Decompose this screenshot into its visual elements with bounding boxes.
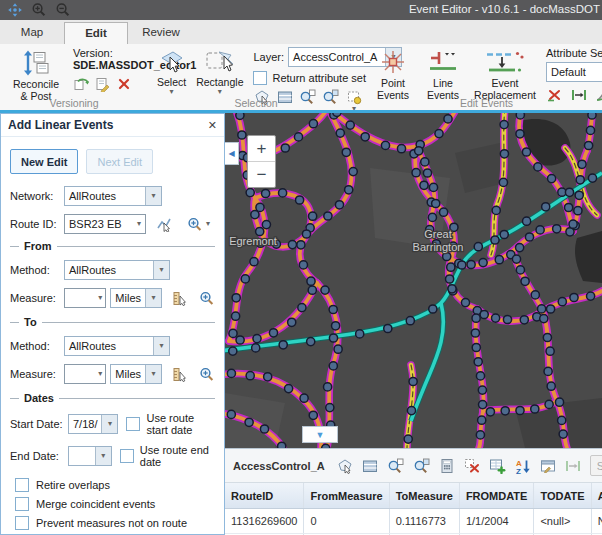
event-replacement-button[interactable]: Event Replacement (468, 45, 542, 103)
reconcile-icon[interactable] (73, 76, 90, 92)
zoom-in-icon[interactable] (30, 2, 48, 18)
network-caret-icon[interactable]: ▾ (145, 187, 161, 205)
pan-icon[interactable] (6, 2, 24, 18)
reconcile-post-button[interactable]: Reconcile & Post (3, 46, 69, 103)
select-caret-icon[interactable]: ▾ (170, 88, 174, 96)
table-select-features-icon[interactable] (337, 458, 353, 474)
to-method-caret-icon[interactable]: ▾ (153, 337, 169, 355)
from-method-label: Method: (10, 264, 64, 276)
col-routeid[interactable]: RouteID (225, 483, 304, 509)
merge-coincident-label: Merge coincident events (36, 498, 155, 510)
merge-coincident-checkbox[interactable] (15, 497, 29, 511)
route-zoom-caret-icon[interactable]: ▾ (206, 220, 210, 228)
use-route-end-date-checkbox[interactable] (120, 449, 134, 463)
group-label-selection: Selection (148, 97, 364, 109)
add-linear-events-panel: Add Linear Events ✕ New Edit Next Edit N… (0, 113, 225, 535)
panel-header: Add Linear Events ✕ (1, 114, 224, 137)
col-ac[interactable]: AC (591, 483, 602, 509)
to-measure-caret-icon[interactable]: ▾ (98, 370, 105, 378)
from-group: From Method: AllRoutes ▾ Measure: ▾ M (10, 240, 215, 308)
map-zoom-out-button[interactable]: − (248, 161, 275, 187)
to-unit-combobox[interactable]: Miles ▾ (110, 364, 162, 384)
tab-map[interactable]: Map (4, 22, 60, 43)
map-canvas[interactable]: Egremont Great Barrington (225, 113, 602, 448)
retire-overlaps-label: Retire overlaps (36, 479, 110, 491)
collapse-panel-tab[interactable]: ◀ (225, 142, 239, 165)
table-attributes-window-icon[interactable] (540, 458, 556, 474)
route-id-combobox[interactable]: BSR23 EB ▾ (64, 214, 146, 234)
delete-version-icon[interactable] (115, 76, 132, 92)
table-clear-selection-icon[interactable] (464, 458, 480, 474)
line-events-icon (428, 49, 458, 75)
table-show-selected-icon[interactable] (362, 458, 378, 474)
route-zoom-control[interactable]: ▾ (187, 217, 210, 232)
use-route-end-date-label: Use route end date (140, 444, 215, 468)
from-method-caret-icon[interactable]: ▾ (153, 261, 169, 279)
from-method-combobox[interactable]: AllRoutes ▾ (64, 260, 170, 280)
zoom-out-icon[interactable] (54, 2, 72, 18)
start-date-combobox[interactable]: 7/18/ ▾ (68, 414, 118, 434)
col-frommeasure[interactable]: FromMeasure (304, 483, 389, 509)
tab-review[interactable]: Review (131, 22, 191, 43)
table-toolbar: AccessControl_A AZ (225, 449, 602, 483)
group-versioning: Reconcile & Post Version: SDE.MASSDOT_ed… (0, 44, 148, 110)
cell-ac[interactable]: N (591, 509, 602, 534)
post-icon[interactable] (94, 76, 111, 92)
col-todate[interactable]: TODATE (534, 483, 591, 509)
map-label-great: Great (424, 228, 452, 240)
table-row[interactable]: 11316269600 0 0.1116773 1/1/2004 <null> … (225, 509, 602, 534)
start-date-label: Start Date: (10, 418, 68, 430)
cell-routeid[interactable]: 11316269600 (225, 509, 304, 534)
table-pan-to-selected-icon[interactable] (413, 458, 430, 474)
from-zoom-icon[interactable] (199, 290, 215, 306)
cell-todate[interactable]: <null> (534, 509, 591, 534)
table-header-row: RouteID FromMeasure ToMeasure FROMDATE T… (225, 483, 602, 509)
collapse-table-tab[interactable]: ▼ (302, 426, 338, 443)
from-measure-caret-icon[interactable]: ▾ (98, 294, 105, 302)
map-zoom-in-button[interactable]: + (248, 136, 275, 161)
map-view[interactable]: Egremont Great Barrington ◀ + − ▼ (225, 113, 602, 448)
line-events-button[interactable]: Line Events (418, 45, 468, 103)
to-zoom-icon[interactable] (199, 366, 215, 382)
cell-fromdate[interactable]: 1/1/2004 (459, 509, 534, 534)
retire-overlaps-checkbox[interactable] (15, 478, 29, 492)
to-legend: To (10, 316, 215, 328)
table-calculator-icon[interactable] (439, 458, 455, 474)
return-attribute-set-checkbox[interactable] (253, 71, 267, 85)
table-sort-icon[interactable]: AZ (515, 458, 531, 474)
from-measure-combobox[interactable]: ▾ (64, 288, 106, 308)
to-unit-caret-icon[interactable]: ▾ (145, 365, 161, 383)
rectangle-caret-icon[interactable]: ▾ (218, 88, 222, 96)
use-route-start-date-checkbox[interactable] (126, 417, 140, 431)
to-measure-on-map-icon[interactable] (172, 366, 187, 382)
to-group: To Method: AllRoutes ▾ Measure: ▾ Mil (10, 316, 215, 384)
table-add-row-icon[interactable] (489, 458, 506, 474)
collapse-down-icon: ▼ (316, 430, 325, 440)
new-edit-button[interactable]: New Edit (10, 149, 78, 174)
from-unit-combobox[interactable]: Miles ▾ (110, 288, 162, 308)
select-route-on-map-icon[interactable] (156, 216, 173, 232)
to-method-combobox[interactable]: AllRoutes ▾ (64, 336, 170, 356)
dates-legend: Dates (10, 392, 215, 404)
route-id-caret-icon[interactable]: ▾ (137, 220, 145, 228)
event-replacement-icon (483, 49, 527, 75)
network-combobox[interactable]: AllRoutes ▾ (64, 186, 162, 206)
from-unit-caret-icon[interactable]: ▾ (145, 289, 161, 307)
prevent-measures-checkbox[interactable] (15, 516, 29, 530)
close-icon[interactable]: ✕ (208, 119, 217, 132)
attribute-set-value: Default (547, 66, 602, 78)
col-fromdate[interactable]: FROMDATE (459, 483, 534, 509)
table-zoom-to-selected-icon[interactable] (387, 458, 404, 474)
attribute-set-combobox[interactable]: Default ▾ (546, 62, 602, 82)
start-date-caret-icon[interactable]: ▾ (101, 415, 117, 433)
to-measure-combobox[interactable]: ▾ (64, 364, 106, 384)
titlebar: Event Editor - v10.6.1 - docMassDOT (0, 0, 602, 20)
cell-tomeasure[interactable]: 0.1116773 (389, 509, 459, 534)
end-date-combobox[interactable]: ▾ (68, 446, 112, 466)
point-events-button[interactable]: Point Events (368, 45, 418, 103)
end-date-caret-icon[interactable]: ▾ (95, 447, 111, 465)
col-tomeasure[interactable]: ToMeasure (389, 483, 459, 509)
cell-frommeasure[interactable]: 0 (304, 509, 389, 534)
tab-edit[interactable]: Edit (64, 22, 128, 45)
from-measure-on-map-icon[interactable] (172, 290, 187, 306)
